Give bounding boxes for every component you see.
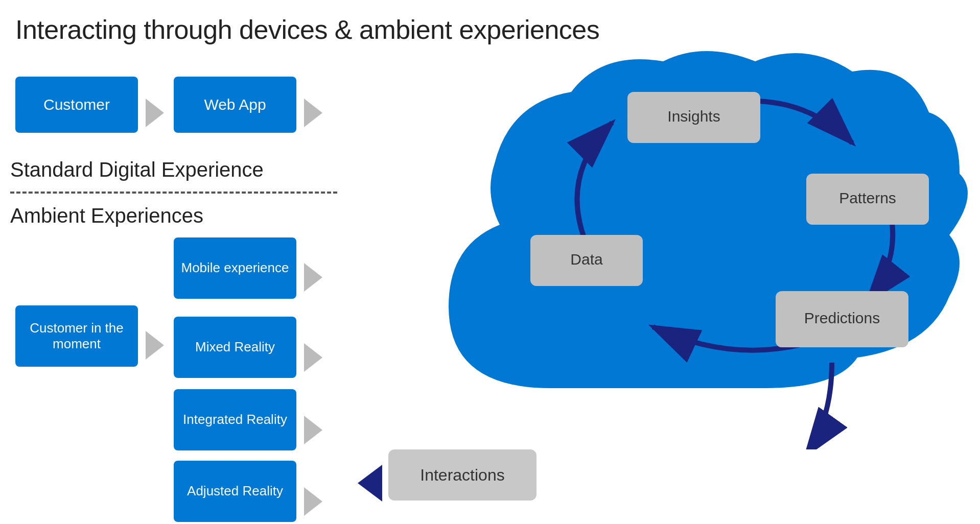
standard-digital-label: Standard Digital Experience [10, 158, 264, 181]
arrow-webapp-to-cloud [304, 99, 322, 127]
arrow-integrated [304, 416, 322, 444]
svg-text:Patterns: Patterns [839, 189, 896, 206]
arrow-to-interactions [358, 465, 382, 502]
adjusted-reality-box: Adjusted Reality [174, 461, 296, 522]
cloud-diagram: Insights Patterns Predictions Data [408, 31, 970, 449]
arrow-mixed [304, 343, 322, 372]
mixed-reality-box: Mixed Reality [174, 317, 296, 378]
arrow-customer-to-webapp [146, 99, 164, 127]
interactions-box: Interactions [388, 449, 536, 501]
customer-moment-box: Customer in the moment [15, 305, 138, 367]
customer-box: Customer [15, 77, 138, 133]
svg-text:Insights: Insights [667, 108, 720, 125]
cloud-svg: Insights Patterns Predictions Data [408, 31, 970, 449]
arrow-adjusted [304, 487, 322, 516]
webapp-box: Web App [174, 77, 296, 133]
svg-text:Predictions: Predictions [804, 309, 880, 326]
mobile-experience-box: Mobile experience [174, 237, 296, 299]
integrated-reality-box: Integrated Reality [174, 389, 296, 450]
ambient-experiences-label: Ambient Experiences [10, 204, 203, 227]
dashed-separator [10, 192, 337, 194]
arrow-moment-to-experiences [146, 331, 164, 360]
svg-text:Data: Data [570, 251, 603, 268]
arrow-mobile [304, 263, 322, 292]
